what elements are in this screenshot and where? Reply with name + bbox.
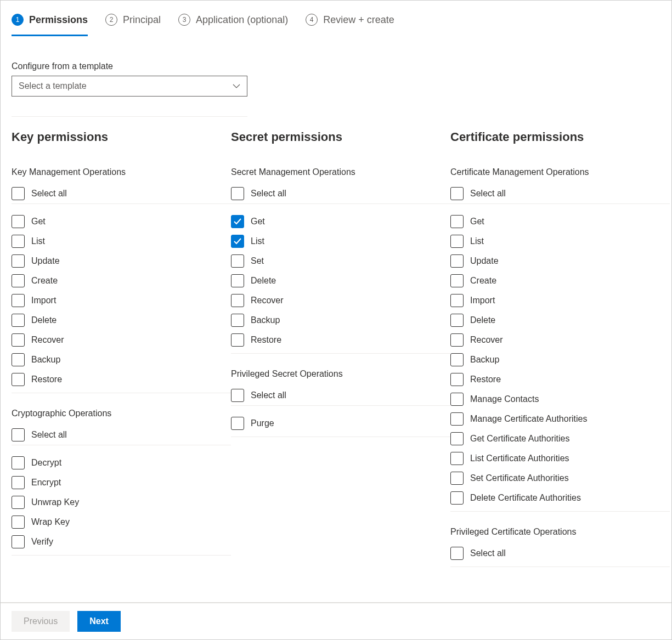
permission-checkbox[interactable] [231, 417, 244, 430]
permission-label: Wrap Key [31, 517, 70, 527]
permission-item-get: Get [12, 212, 231, 231]
select-all-checkbox[interactable] [12, 187, 25, 200]
permission-checkbox[interactable] [450, 393, 464, 406]
permission-label: Delete Certificate Authorities [470, 493, 581, 503]
permission-checkbox[interactable] [12, 254, 25, 268]
tab-application-optional-[interactable]: 3Application (optional) [178, 14, 288, 36]
permission-checkbox[interactable] [450, 373, 464, 386]
permission-checkbox[interactable] [231, 254, 244, 268]
permission-item-get-certificate-authorities: Get Certificate Authorities [450, 429, 670, 449]
content-area: Configure from a template Select a templ… [1, 36, 671, 590]
permission-item-delete-certificate-authorities: Delete Certificate Authorities [450, 488, 670, 512]
permission-checkbox[interactable] [12, 333, 25, 347]
tab-label: Permissions [29, 14, 88, 26]
select-all-checkbox[interactable] [231, 389, 244, 402]
permission-checkbox[interactable] [12, 353, 25, 366]
permission-label: Manage Contacts [470, 394, 539, 404]
permission-checkbox[interactable] [450, 472, 464, 485]
permission-checkbox[interactable] [231, 215, 244, 228]
permission-checkbox[interactable] [450, 412, 464, 426]
permission-label: Delete [31, 315, 57, 325]
permission-item-unwrap-key: Unwrap Key [12, 492, 231, 512]
permission-checkbox[interactable] [231, 294, 244, 307]
select-all-checkbox[interactable] [12, 428, 25, 441]
permission-checkbox[interactable] [12, 456, 25, 469]
permission-checkbox[interactable] [231, 333, 244, 347]
tab-principal[interactable]: 2Principal [105, 14, 161, 36]
permission-checkbox[interactable] [12, 274, 25, 287]
permission-item-backup: Backup [231, 310, 450, 330]
permission-item-create: Create [12, 271, 231, 291]
permission-item-encrypt: Encrypt [12, 473, 231, 492]
select-all-row: Select all [12, 184, 231, 204]
permission-checkbox[interactable] [450, 314, 464, 327]
template-placeholder: Select a template [19, 81, 87, 91]
permission-label: Create [470, 276, 496, 286]
permission-label: Set [251, 256, 264, 266]
permission-item-purge: Purge [231, 414, 450, 437]
permission-checkbox[interactable] [450, 215, 464, 228]
permission-checkbox[interactable] [231, 235, 244, 248]
group-title: Certificate Management Operations [450, 167, 670, 177]
permission-checkbox[interactable] [12, 314, 25, 327]
template-select[interactable]: Select a template [12, 76, 247, 97]
permission-item-delete: Delete [231, 271, 450, 291]
group-title: Cryptographic Operations [12, 409, 231, 418]
permission-checkbox[interactable] [450, 274, 464, 287]
column-title: Certificate permissions [450, 130, 670, 144]
permission-checkbox[interactable] [450, 452, 464, 465]
permission-checkbox[interactable] [450, 547, 464, 560]
tab-permissions[interactable]: 1Permissions [12, 14, 88, 36]
select-all-row: Select all [450, 184, 670, 204]
footer: Previous Next [1, 602, 671, 639]
permission-item-update: Update [450, 251, 670, 271]
permission-label: Import [470, 296, 495, 305]
permission-checkbox[interactable] [450, 235, 464, 248]
permission-checkbox[interactable] [12, 235, 25, 248]
tab-number: 3 [178, 14, 190, 26]
select-all-label: Select all [31, 430, 67, 440]
permission-checkbox[interactable] [12, 535, 25, 548]
permission-item-import: Import [450, 291, 670, 310]
select-all-checkbox[interactable] [231, 187, 244, 200]
group-cryptographic-operations: Cryptographic OperationsSelect allDecryp… [12, 409, 231, 556]
next-button[interactable]: Next [77, 611, 121, 632]
permission-checkbox[interactable] [231, 274, 244, 287]
permission-item-recover: Recover [450, 330, 670, 350]
permission-checkbox[interactable] [12, 215, 25, 228]
group-title: Privileged Certificate Operations [450, 527, 670, 537]
permission-label: Get [251, 217, 265, 226]
group-certificate-management-operations: Certificate Management OperationsSelect … [450, 167, 670, 512]
select-all-checkbox[interactable] [450, 187, 464, 200]
tab-label: Review + create [323, 14, 394, 26]
permission-item-set-certificate-authorities: Set Certificate Authorities [450, 468, 670, 488]
permission-checkbox[interactable] [12, 476, 25, 489]
permission-checkbox[interactable] [450, 353, 464, 366]
permission-item-restore: Restore [450, 370, 670, 389]
permission-checkbox[interactable] [450, 254, 464, 268]
permission-checkbox[interactable] [450, 491, 464, 505]
group-title: Key Management Operations [12, 167, 231, 177]
permission-label: Get Certificate Authorities [470, 434, 569, 444]
permission-label: Set Certificate Authorities [470, 473, 569, 483]
tab-review-create[interactable]: 4Review + create [306, 14, 394, 36]
permission-label: Backup [470, 355, 499, 365]
permission-checkbox[interactable] [450, 333, 464, 347]
permission-item-delete: Delete [12, 310, 231, 330]
permission-checkbox[interactable] [231, 314, 244, 327]
permission-checkbox[interactable] [12, 496, 25, 509]
permission-label: Restore [251, 335, 281, 345]
column-certificate-permissions: Certificate permissionsCertificate Manag… [450, 130, 670, 582]
previous-button[interactable]: Previous [12, 611, 70, 632]
permission-label: Verify [31, 537, 53, 547]
permission-checkbox[interactable] [12, 294, 25, 307]
permission-checkbox[interactable] [450, 432, 464, 445]
select-all-row: Select all [231, 386, 450, 406]
permission-checkbox[interactable] [12, 373, 25, 386]
permission-label: Update [31, 256, 60, 266]
column-title: Secret permissions [231, 130, 450, 144]
permission-checkbox[interactable] [12, 516, 25, 529]
permission-checkbox[interactable] [450, 294, 464, 307]
tab-number: 1 [12, 14, 24, 26]
permission-item-backup: Backup [450, 350, 670, 370]
